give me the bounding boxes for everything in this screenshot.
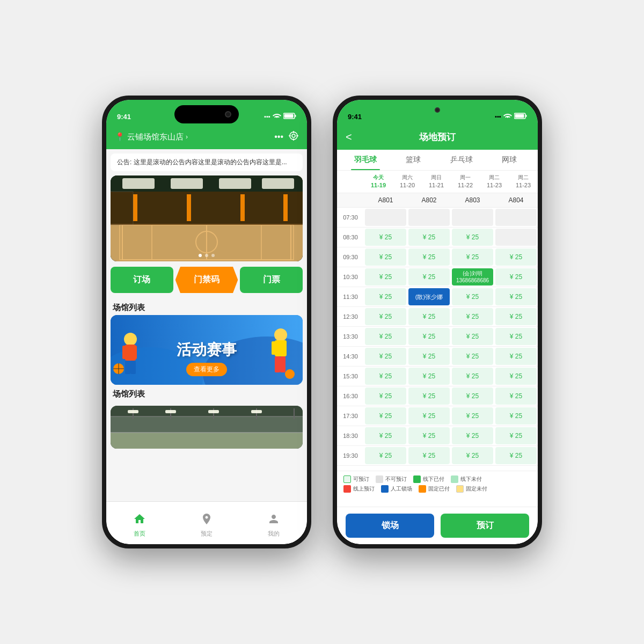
slot-1730-a804[interactable]: ¥ 25 [495, 407, 537, 425]
date-day-label-0: 今天 [365, 174, 392, 181]
ticket-button[interactable]: 门票 [240, 267, 303, 293]
slot-1330-a801[interactable]: ¥ 25 [365, 328, 406, 345]
slot-1730-a802[interactable]: ¥ 25 [408, 407, 450, 425]
slot-1030-a801[interactable]: ¥ 25 [365, 268, 406, 286]
time-row-0830: 08:30 ¥ 25 ¥ 25 ¥ 25 [337, 228, 538, 247]
slot-1030-a803[interactable]: (会)刘明 13686868686 [452, 268, 493, 286]
svg-point-39 [274, 328, 287, 341]
date-row: 今天 11-19 周六 11-20 周日 11-21 周一 11-22 周二 1… [337, 171, 538, 193]
slot-0830-a802[interactable]: ¥ 25 [408, 229, 450, 246]
slot-1930-a802[interactable]: ¥ 25 [408, 447, 450, 464]
slot-1530-a803[interactable]: ¥ 25 [452, 368, 493, 385]
legend-fixed-unpaid: 固定未付 [456, 485, 487, 493]
event-more-button[interactable]: 查看更多 [186, 363, 227, 376]
slot-1030-a802[interactable]: ¥ 25 [408, 268, 450, 286]
slot-1230-a801[interactable]: ¥ 25 [365, 308, 406, 325]
sport-tab-basketball[interactable]: 篮球 [390, 150, 438, 170]
book-venue-button[interactable]: 订场 [111, 267, 173, 293]
slot-1430-a803[interactable]: ¥ 25 [452, 348, 493, 365]
slot-1330-a802[interactable]: ¥ 25 [408, 328, 450, 345]
slot-1430-a801[interactable]: ¥ 25 [365, 348, 406, 365]
dynamic-island [174, 105, 239, 123]
slot-1230-a803[interactable]: ¥ 25 [452, 308, 493, 325]
sport-tabs: 羽毛球 篮球 乒乓球 网球 [337, 150, 538, 171]
slot-1730-a803[interactable]: ¥ 25 [452, 407, 493, 425]
event-banner-title: 活动赛事 [177, 340, 237, 360]
slot-1930-a801[interactable]: ¥ 25 [365, 447, 406, 464]
slot-0730-a802 [408, 209, 450, 226]
slot-1830-a802[interactable]: ¥ 25 [408, 427, 450, 444]
slot-1130-a803[interactable]: ¥ 25 [452, 288, 493, 305]
dot-3 [211, 254, 215, 257]
person-icon [267, 513, 280, 529]
dot-1 [199, 254, 202, 257]
slot-1630-a802[interactable]: ¥ 25 [408, 387, 450, 405]
slot-1830-a804[interactable]: ¥ 25 [495, 427, 537, 444]
slot-1130-a804[interactable]: ¥ 25 [495, 288, 537, 305]
slot-0930-a804[interactable]: ¥ 25 [495, 248, 537, 266]
slot-1830-a803[interactable]: ¥ 25 [452, 427, 493, 444]
slot-0830-a804 [495, 229, 537, 246]
svg-point-30 [124, 333, 137, 346]
date-sat[interactable]: 周六 11-20 [393, 171, 422, 193]
slot-1130-a801[interactable]: ¥ 25 [365, 288, 406, 305]
venue-title-row[interactable]: 📍 云铺场馆东山店 › [115, 132, 188, 142]
slot-0930-a803[interactable]: ¥ 25 [452, 248, 493, 266]
battery-icon [283, 113, 296, 120]
date-num-5: 11-23 [510, 181, 537, 189]
time-row-0730: 07:30 [337, 208, 538, 228]
slot-1030-a803-phone: 13686868686 [456, 277, 489, 284]
sport-tab-badminton[interactable]: 羽毛球 [341, 150, 390, 170]
slot-1530-a802[interactable]: ¥ 25 [408, 368, 450, 385]
more-button[interactable]: ••• [274, 132, 283, 142]
slot-1730-a801[interactable]: ¥ 25 [365, 407, 406, 425]
slot-0930-a802[interactable]: ¥ 25 [408, 248, 450, 266]
time-1930: 19:30 [337, 446, 364, 465]
slot-1530-a804[interactable]: ¥ 25 [495, 368, 537, 385]
slot-1830-a801[interactable]: ¥ 25 [365, 427, 406, 444]
tab-profile[interactable]: 我的 [240, 508, 307, 538]
sport-tab-pingpong[interactable]: 乒乓球 [437, 150, 486, 170]
slot-1630-a804[interactable]: ¥ 25 [495, 387, 537, 405]
legend-offline-unpaid-box [451, 475, 458, 483]
slot-1430-a804[interactable]: ¥ 25 [495, 348, 537, 365]
lock-button[interactable]: 锁场 [346, 514, 434, 538]
access-code-button[interactable]: 门禁码 [175, 267, 238, 293]
chevron-icon: › [186, 133, 188, 141]
slot-1330-a803[interactable]: ¥ 25 [452, 328, 493, 345]
slot-1630-a801[interactable]: ¥ 25 [365, 387, 406, 405]
slot-1230-a802[interactable]: ¥ 25 [408, 308, 450, 325]
slot-1030-a804[interactable]: ¥ 25 [495, 268, 537, 286]
date-today[interactable]: 今天 11-19 [364, 171, 393, 193]
slot-0830-a801[interactable]: ¥ 25 [365, 229, 406, 246]
slot-1630-a803[interactable]: ¥ 25 [452, 387, 493, 405]
slot-1030-a803-label: (会)刘明 [463, 270, 482, 277]
date-tue[interactable]: 周二 11-23 [480, 171, 509, 193]
slot-1530-a801[interactable]: ¥ 25 [365, 368, 406, 385]
slot-1930-a803[interactable]: ¥ 25 [452, 447, 493, 464]
svg-rect-54 [128, 410, 138, 413]
slot-1230-a804[interactable]: ¥ 25 [495, 308, 537, 325]
slot-0730-a803 [452, 209, 493, 226]
date-sun[interactable]: 周日 11-21 [422, 171, 451, 193]
slot-0930-a801[interactable]: ¥ 25 [365, 248, 406, 266]
date-num-1: 11-20 [394, 181, 421, 189]
slot-1130-a802-label: (散)张少娜 [415, 293, 443, 301]
sport-tab-tennis[interactable]: 网球 [486, 150, 534, 170]
book-button[interactable]: 预订 [441, 514, 529, 538]
slot-1330-a804[interactable]: ¥ 25 [495, 328, 537, 345]
target-button[interactable] [289, 131, 298, 143]
date-mon[interactable]: 周一 11-22 [451, 171, 480, 193]
svg-rect-25 [283, 194, 288, 221]
back-button[interactable]: < [346, 131, 352, 143]
svg-rect-35 [130, 361, 136, 374]
event-banner[interactable]: 活动赛事 查看更多 [111, 315, 303, 385]
date-day-label-1: 周六 [394, 174, 421, 181]
tab-home[interactable]: 首页 [106, 508, 173, 538]
tab-booking[interactable]: 预定 [173, 508, 240, 538]
slot-1130-a802[interactable]: (散)张少娜 [408, 288, 450, 305]
slot-1930-a804[interactable]: ¥ 25 [495, 447, 537, 464]
slot-0830-a803[interactable]: ¥ 25 [452, 229, 493, 246]
slot-1430-a802[interactable]: ¥ 25 [408, 348, 450, 365]
carousel-dots [199, 254, 215, 257]
